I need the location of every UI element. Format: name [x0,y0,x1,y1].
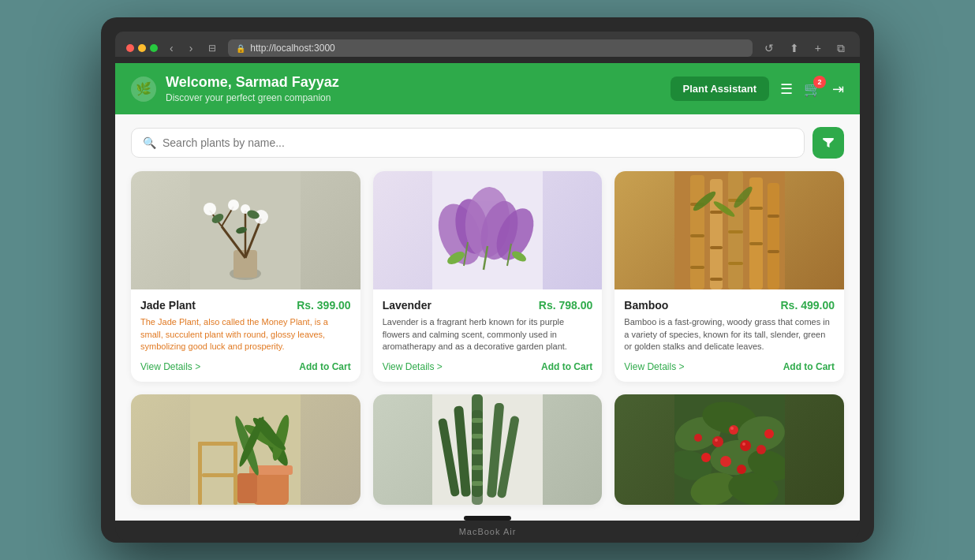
jade-name: Jade Plant [140,299,196,312]
laptop-frame: ‹ › ⊟ 🔒 http://localhost:3000 ↺ ⬆ + ⧉ 🌿 … [101,17,874,542]
search-section: 🔍 [115,114,860,165]
snake-svg [432,394,543,505]
product-card-bamboo: Bamboo Rs. 499.00 Bamboo is a fast-growi… [615,171,844,381]
minimize-dot [138,44,146,52]
browser-topbar: ‹ › ⊟ 🔒 http://localhost:3000 ↺ ⬆ + ⧉ [126,39,849,57]
search-input[interactable] [162,136,793,149]
bamboo-svg [674,171,785,289]
welcome-text: Welcome, Sarmad Fayyaz [166,74,339,91]
svg-rect-39 [728,230,743,233]
filter-button[interactable] [812,127,844,159]
header-subtitle: Discover your perfect green companion [166,92,339,103]
svg-rect-50 [198,442,237,446]
jade-product-info: Jade Plant Rs. 399.00 The Jade Plant, al… [131,289,360,381]
svg-rect-49 [198,442,202,505]
lavender-top-row: Lavender Rs. 798.00 [383,299,593,312]
new-tab-button[interactable]: + [811,40,825,56]
svg-point-90 [694,434,702,442]
svg-rect-34 [690,266,704,269]
lavender-name: Lavender [383,299,431,312]
bamboo-plant-image [615,171,844,289]
svg-point-95 [742,442,745,446]
jade-add-to-cart-button[interactable]: Add to Cart [299,361,350,372]
bamboo-top-row: Bamboo Rs. 499.00 [624,299,835,312]
svg-rect-36 [710,246,723,249]
bamboo-price: Rs. 499.00 [780,299,835,312]
share-button[interactable]: ⬆ [786,40,803,56]
cart-button[interactable]: 🛒 2 [804,80,821,98]
svg-point-87 [701,453,711,462]
reload-button[interactable]: ↺ [760,40,778,56]
svg-rect-31 [768,183,779,289]
bamboo-name: Bamboo [624,299,668,312]
svg-point-85 [729,425,738,435]
url-text: http://localhost:3000 [250,43,334,54]
svg-rect-67 [472,434,483,439]
macbook-label: MacBook Air [459,527,517,536]
window-controls [126,44,158,52]
leaf-icon: 🌿 [131,77,156,102]
svg-point-9 [228,200,239,211]
svg-rect-59 [237,473,257,503]
product-card-lavender: Lavender Rs. 798.00 Lavender is a fragra… [373,171,603,381]
lavender-svg [432,171,543,289]
svg-rect-41 [749,207,763,210]
back-button[interactable]: ‹ [166,40,177,56]
bamboo-product-info: Bamboo Rs. 499.00 Bamboo is a fast-growi… [615,289,844,381]
lavender-view-details-button[interactable]: View Details > [383,361,443,372]
svg-point-93 [715,439,718,442]
coffee-svg [674,394,785,505]
jade-description: The Jade Plant, also called the Money Pl… [140,316,351,353]
svg-point-89 [720,456,731,467]
menu-button[interactable]: ☰ [780,80,793,98]
svg-point-84 [712,436,723,447]
product-card-palm [131,394,360,505]
products-section: Jade Plant Rs. 399.00 The Jade Plant, al… [115,165,860,520]
svg-rect-68 [472,450,483,454]
svg-rect-43 [768,215,779,218]
address-bar[interactable]: 🔒 http://localhost:3000 [228,39,752,57]
bamboo-add-to-cart-button[interactable]: Add to Cart [783,361,835,372]
svg-point-94 [730,427,734,430]
macbook-notch [464,516,511,521]
header-left: 🌿 Welcome, Sarmad Fayyaz Discover your p… [131,74,339,103]
palm-plant-image [131,394,360,505]
browser-chrome: ‹ › ⊟ 🔒 http://localhost:3000 ↺ ⬆ + ⧉ [115,32,860,57]
search-bar-container: 🔍 [131,128,805,158]
product-card-coffee [615,394,844,505]
tabs-button[interactable]: ⧉ [833,40,849,57]
cart-badge: 2 [813,76,826,88]
svg-rect-44 [768,250,779,253]
plant-assistant-button[interactable]: Plant Assistant [671,77,769,101]
bamboo-view-details-button[interactable]: View Details > [624,361,684,372]
header-text: Welcome, Sarmad Fayyaz Discover your per… [166,74,339,103]
lavender-add-to-cart-button[interactable]: Add to Cart [541,361,592,372]
bamboo-description: Bamboo is a fast-growing, woody grass th… [624,316,835,353]
forward-button[interactable]: › [185,40,197,56]
svg-rect-35 [710,211,723,214]
svg-rect-30 [749,177,763,289]
logout-button[interactable]: ⇥ [832,80,844,98]
bookmarks-button[interactable]: ⊟ [204,41,220,55]
laptop-bottom: MacBook Air [115,521,860,543]
svg-rect-42 [749,242,763,245]
lavender-plant-image [373,171,603,289]
svg-point-86 [740,440,751,451]
svg-point-8 [204,203,216,215]
snake-plant-image [373,394,603,505]
jade-top-row: Jade Plant Rs. 399.00 [140,299,351,312]
svg-rect-52 [202,473,237,477]
maximize-dot [150,44,158,52]
svg-rect-37 [710,278,723,281]
jade-plant-svg [190,171,301,289]
svg-rect-65 [472,410,483,505]
jade-view-details-button[interactable]: View Details > [140,361,200,372]
search-icon: 🔍 [143,136,156,149]
lavender-actions: View Details > Add to Cart [383,361,593,372]
svg-rect-70 [472,481,483,486]
product-card-snake [373,394,603,505]
lock-icon: 🔒 [236,44,245,53]
header-right: Plant Assistant ☰ 🛒 2 ⇥ [671,77,844,101]
bamboo-actions: View Details > Add to Cart [624,361,835,372]
close-dot [126,44,134,52]
